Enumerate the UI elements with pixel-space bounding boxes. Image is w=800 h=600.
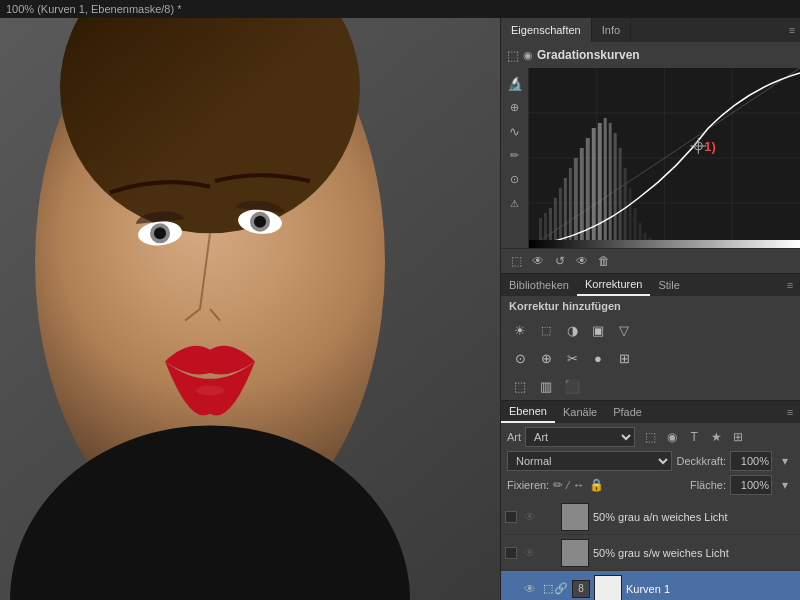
adj-exposure-icon[interactable]: ◑ <box>561 319 583 341</box>
layer3-link-icon: 🔗 <box>554 582 568 595</box>
adj-hue-icon[interactable]: ⊙ <box>509 347 531 369</box>
opacity-dropdown[interactable]: ▾ <box>776 452 794 470</box>
curve-tool-eyedropper1[interactable]: 🔬 <box>504 72 526 94</box>
fix-row: Fixieren: ✏ ⁄ ↔ 🔒 Fläche: ▾ <box>507 475 794 495</box>
tab-bibliotheken[interactable]: Bibliotheken <box>501 274 577 296</box>
layer-ctrl-icon4[interactable]: ★ <box>707 428 725 446</box>
adjustments-collapse-btn[interactable]: ≡ <box>780 274 800 296</box>
layer-item-1[interactable]: 👁 50% grau a/n weiches Licht <box>501 499 800 535</box>
layers-collapse-btn[interactable]: ≡ <box>780 401 800 423</box>
svg-rect-24 <box>629 188 632 248</box>
tab-stile[interactable]: Stile <box>650 274 687 296</box>
tab-korrekturen[interactable]: Korrekturen <box>577 274 650 296</box>
title-bar: 100% (Kurven 1, Ebenenmaske/8) * <box>0 0 800 18</box>
layer2-link <box>543 546 557 560</box>
flaeche-input[interactable] <box>730 475 772 495</box>
layer-ctrl-icon2[interactable]: ◉ <box>663 428 681 446</box>
adj-icons-row1: ☀ ⬚ ◑ ▣ ▽ <box>501 316 800 344</box>
svg-rect-17 <box>592 128 596 248</box>
adj-gradient2-icon[interactable]: ▥ <box>535 375 557 397</box>
svg-rect-16 <box>586 138 590 248</box>
gradationskurven-header: ⬚ ◉ Gradationskurven <box>501 42 800 68</box>
art-select[interactable]: Art <box>525 427 635 447</box>
layer2-checkbox[interactable] <box>505 547 517 559</box>
layer2-vis-btn[interactable]: 👁 <box>521 544 539 562</box>
layer3-vis-btn[interactable]: 👁 <box>521 580 539 598</box>
svg-rect-18 <box>598 123 602 248</box>
adj-gradient-icon[interactable]: ▽ <box>613 319 635 341</box>
adj-solid-icon[interactable]: ⬚ <box>509 375 531 397</box>
layer1-eye-icon: 👁 <box>524 510 536 524</box>
properties-eye-icon[interactable]: 👁 <box>529 252 547 270</box>
properties-mask-icon[interactable]: ⬚ <box>507 252 525 270</box>
curves-graph[interactable]: 1) <box>529 68 800 248</box>
adj-icons-row3: ⬚ ▥ ⬛ <box>501 372 800 400</box>
layer3-thumb <box>594 575 622 601</box>
adj-levels-icon[interactable]: ▣ <box>587 319 609 341</box>
layer-ctrl-icon5[interactable]: ⊞ <box>729 428 747 446</box>
layer1-name: 50% grau a/n weiches Licht <box>593 511 796 523</box>
layer2-thumb <box>561 539 589 567</box>
curve-tool-eyedropper2[interactable]: ⊕ <box>504 96 526 118</box>
opacity-label: Deckkraft: <box>676 455 726 467</box>
layer-ctrl-icon3[interactable]: T <box>685 428 703 446</box>
layer1-link <box>543 510 557 524</box>
fix-slash-icon[interactable]: ⁄ <box>567 480 569 491</box>
adjustments-panel: Bibliotheken Korrekturen Stile ≡ Korrekt… <box>501 274 800 401</box>
right-panel: Eigenschaften Info ≡ ⬚ ◉ Gradationskurve… <box>500 18 800 600</box>
layer-item-3[interactable]: 👁 ⬚ 🔗 8 Kurven 1 <box>501 571 800 600</box>
adjustments-tab-bar: Bibliotheken Korrekturen Stile ≡ <box>501 274 800 296</box>
art-label: Art <box>507 431 521 443</box>
adj-blackwhite-icon[interactable]: ● <box>587 347 609 369</box>
blend-opacity-row: Normal Deckkraft: ▾ <box>507 451 794 471</box>
properties-icon-bar: ⬚ 👁 ↺ 👁 🗑 <box>501 248 800 273</box>
layer-item-2[interactable]: 👁 50% grau s/w weiches Licht <box>501 535 800 571</box>
layer-controls: Art Art ⬚ ◉ T ★ ⊞ Normal Deckkraft <box>501 423 800 499</box>
fix-pencil-icon[interactable]: ✏ <box>553 478 563 492</box>
layers-list: 👁 50% grau a/n weiches Licht 👁 50% grau … <box>501 499 800 600</box>
opacity-input[interactable] <box>730 451 772 471</box>
curve-tool-pen[interactable]: ✏ <box>504 144 526 166</box>
layer1-checkbox[interactable] <box>505 511 517 523</box>
properties-visibility-icon[interactable]: 👁 <box>573 252 591 270</box>
layer3-eye-icon: 👁 <box>524 582 536 596</box>
svg-rect-35 <box>529 240 800 248</box>
adj-brightness-icon[interactable]: ☀ <box>509 319 531 341</box>
properties-collapse-btn[interactable]: ≡ <box>784 18 800 42</box>
fix-lock-icon[interactable]: 🔒 <box>589 478 604 492</box>
flaeche-dropdown[interactable]: ▾ <box>776 476 794 494</box>
fix-label: Fixieren: <box>507 479 549 491</box>
adj-pattern2-icon[interactable]: ⬛ <box>561 375 583 397</box>
fix-move-icon[interactable]: ↔ <box>573 478 585 492</box>
svg-rect-21 <box>614 133 617 248</box>
curve-tool-line[interactable]: ∿ <box>504 120 526 142</box>
svg-rect-19 <box>604 118 607 248</box>
tab-info[interactable]: Info <box>592 18 631 42</box>
layer3-name: Kurven 1 <box>626 583 796 595</box>
canvas-area[interactable] <box>0 18 500 600</box>
tab-ebenen[interactable]: Ebenen <box>501 401 555 423</box>
layers-panel: Ebenen Kanäle Pfade ≡ Art Art <box>501 401 800 600</box>
tab-pfade[interactable]: Pfade <box>605 401 650 423</box>
layer1-vis-btn[interactable]: 👁 <box>521 508 539 526</box>
layer3-icons: ⬚ 🔗 <box>543 582 568 595</box>
svg-text:1): 1) <box>704 139 716 154</box>
tab-eigenschaften[interactable]: Eigenschaften <box>501 18 592 42</box>
tab-kanaele[interactable]: Kanäle <box>555 401 605 423</box>
curve-tool-warning[interactable]: ⚠ <box>504 192 526 214</box>
curve-tool-target[interactable]: ⊙ <box>504 168 526 190</box>
layer-ctrl-icon1[interactable]: ⬚ <box>641 428 659 446</box>
adj-channelmixer-icon[interactable]: ✂ <box>561 347 583 369</box>
curves-icon: ⬚ <box>507 48 519 63</box>
adj-pattern-icon[interactable]: ⊞ <box>613 347 635 369</box>
layer-icon: ◉ <box>523 49 533 62</box>
curves-tools: 🔬 ⊕ ∿ ✏ ⊙ ⚠ <box>501 68 529 248</box>
layer3-number: 8 <box>572 580 590 598</box>
properties-undo-icon[interactable]: ↺ <box>551 252 569 270</box>
layer1-thumb <box>561 503 589 531</box>
art-row: Art Art ⬚ ◉ T ★ ⊞ <box>507 427 794 447</box>
adj-curves-icon[interactable]: ⬚ <box>535 319 557 341</box>
blend-mode-select[interactable]: Normal <box>507 451 672 471</box>
adj-colorbalance-icon[interactable]: ⊕ <box>535 347 557 369</box>
properties-delete-icon[interactable]: 🗑 <box>595 252 613 270</box>
